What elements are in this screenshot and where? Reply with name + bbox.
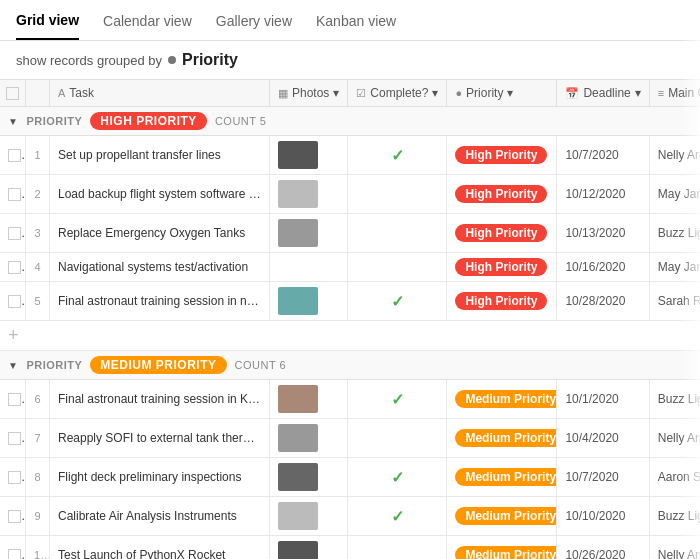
th-photos-label: Photos (292, 86, 329, 100)
th-contact[interactable]: ≡ Main Contact ▾ (649, 80, 700, 107)
th-complete[interactable]: ☑ Complete? ▾ (348, 80, 447, 107)
check-icon: ✓ (391, 147, 404, 164)
task-cell[interactable]: Set up propellant transfer lines (50, 136, 270, 175)
row-checkbox[interactable] (0, 282, 26, 321)
task-cell[interactable]: Final astronaut training session in KC-1… (50, 380, 270, 419)
photo-cell (270, 380, 348, 419)
task-cell[interactable]: Reapply SOFI to external tank thermal pr… (50, 419, 270, 458)
row-checkbox[interactable] (0, 380, 26, 419)
task-col-icon: A (58, 87, 65, 99)
table-row[interactable]: 3Replace Emergency Oxygen TanksHigh Prio… (0, 214, 700, 253)
checkbox-icon[interactable] (8, 549, 21, 559)
task-cell[interactable]: Navigational systems test/activation (50, 253, 270, 282)
th-priority[interactable]: ● Priority ▾ (447, 80, 557, 107)
tab-gallery-view[interactable]: Gallery view (216, 13, 292, 39)
deadline-cell: 10/26/2020 (557, 536, 649, 559)
contact-cell: Aaron Shepard (649, 458, 700, 497)
row-checkbox[interactable] (0, 214, 26, 253)
task-cell[interactable]: Flight deck preliminary inspections (50, 458, 270, 497)
complete-cell: ✓ (348, 458, 447, 497)
priority-cell: Medium Priority (447, 380, 557, 419)
row-checkbox[interactable] (0, 458, 26, 497)
table-row[interactable]: 8Flight deck preliminary inspections✓Med… (0, 458, 700, 497)
priority-badge: Medium Priority (455, 546, 557, 559)
th-contact-label: Main Contact (668, 86, 700, 100)
deadline-cell: 10/28/2020 (557, 282, 649, 321)
deadline-cell: 10/13/2020 (557, 214, 649, 253)
task-cell[interactable]: Load backup flight system software into … (50, 175, 270, 214)
add-row-icon[interactable]: + (0, 321, 700, 351)
tab-kanban-view[interactable]: Kanban view (316, 13, 396, 39)
checkbox-icon[interactable] (8, 510, 21, 523)
table-row[interactable]: 7Reapply SOFI to external tank thermal p… (0, 419, 700, 458)
th-deadline-label: Deadline (583, 86, 630, 100)
th-photos[interactable]: ▦ Photos ▾ (270, 80, 348, 107)
row-number: 3 (26, 214, 50, 253)
groupby-bar: show records grouped by Priority (0, 41, 700, 79)
task-cell[interactable]: Test Launch of PythonX Rocket (50, 536, 270, 559)
table-row[interactable]: 5Final astronaut training session in neu… (0, 282, 700, 321)
deadline-cell: 10/16/2020 (557, 253, 649, 282)
table-row[interactable]: 2Load backup flight system software into… (0, 175, 700, 214)
contact-cell: May Jameson (649, 253, 700, 282)
photo-thumbnail (278, 287, 318, 315)
checkbox-icon[interactable] (8, 393, 21, 406)
th-deadline[interactable]: 📅 Deadline ▾ (557, 80, 649, 107)
row-checkbox[interactable] (0, 419, 26, 458)
header-row: A Task ▦ Photos ▾ ☑ Complete? ▾ (0, 80, 700, 107)
row-checkbox[interactable] (0, 175, 26, 214)
deadline-dropdown-icon[interactable]: ▾ (635, 86, 641, 100)
tab-grid-view[interactable]: Grid view (16, 12, 79, 40)
photo-cell (270, 175, 348, 214)
photo-thumbnail (278, 219, 318, 247)
th-task[interactable]: A Task (50, 80, 270, 107)
row-checkbox[interactable] (0, 536, 26, 559)
photo-cell (270, 497, 348, 536)
table-row[interactable]: 4Navigational systems test/activationHig… (0, 253, 700, 282)
group-badge-medium: Medium Priority (90, 356, 226, 374)
table-row[interactable]: 10Test Launch of PythonX RocketMedium Pr… (0, 536, 700, 559)
priority-cell: High Priority (447, 282, 557, 321)
photos-dropdown-icon[interactable]: ▾ (333, 86, 339, 100)
checkbox-icon[interactable] (8, 471, 21, 484)
deadline-cell: 10/1/2020 (557, 380, 649, 419)
group-label-medium: PRIORITY (26, 359, 82, 371)
check-icon: ✓ (391, 391, 404, 408)
complete-dropdown-icon[interactable]: ▾ (432, 86, 438, 100)
complete-cell: ✓ (348, 380, 447, 419)
contact-cell: Nelly Armstrong (649, 136, 700, 175)
row-checkbox[interactable] (0, 497, 26, 536)
add-row-high[interactable]: + (0, 321, 700, 351)
tabs-bar: Grid viewCalendar viewGallery viewKanban… (0, 0, 700, 41)
group-toggle-high[interactable]: ▼ (8, 116, 18, 127)
select-all-checkbox[interactable] (0, 80, 26, 107)
row-number: 5 (26, 282, 50, 321)
checkbox-icon[interactable] (8, 261, 21, 274)
checkbox-icon[interactable] (8, 188, 21, 201)
task-cell[interactable]: Replace Emergency Oxygen Tanks (50, 214, 270, 253)
priority-cell: High Priority (447, 136, 557, 175)
priority-cell: Medium Priority (447, 497, 557, 536)
checkbox-icon[interactable] (8, 295, 21, 308)
task-cell[interactable]: Calibrate Air Analysis Instruments (50, 497, 270, 536)
checkbox-icon[interactable] (8, 432, 21, 445)
priority-cell: High Priority (447, 253, 557, 282)
checkbox-icon[interactable] (8, 227, 21, 240)
photo-cell (270, 458, 348, 497)
row-checkbox[interactable] (0, 136, 26, 175)
priority-dropdown-icon[interactable]: ▾ (507, 86, 513, 100)
tab-calendar-view[interactable]: Calendar view (103, 13, 192, 39)
table-row[interactable]: 1Set up propellant transfer lines✓High P… (0, 136, 700, 175)
priority-badge: Medium Priority (455, 507, 557, 525)
table-row[interactable]: 6Final astronaut training session in KC-… (0, 380, 700, 419)
group-toggle-medium[interactable]: ▼ (8, 360, 18, 371)
row-checkbox[interactable] (0, 253, 26, 282)
photo-thumbnail (278, 424, 318, 452)
photo-thumbnail (278, 502, 318, 530)
table-row[interactable]: 9Calibrate Air Analysis Instruments✓Medi… (0, 497, 700, 536)
checkbox-icon[interactable] (6, 87, 19, 100)
contact-cell: Nelly Armstrong (649, 419, 700, 458)
priority-cell: Medium Priority (447, 419, 557, 458)
task-cell[interactable]: Final astronaut training session in neut… (50, 282, 270, 321)
checkbox-icon[interactable] (8, 149, 21, 162)
